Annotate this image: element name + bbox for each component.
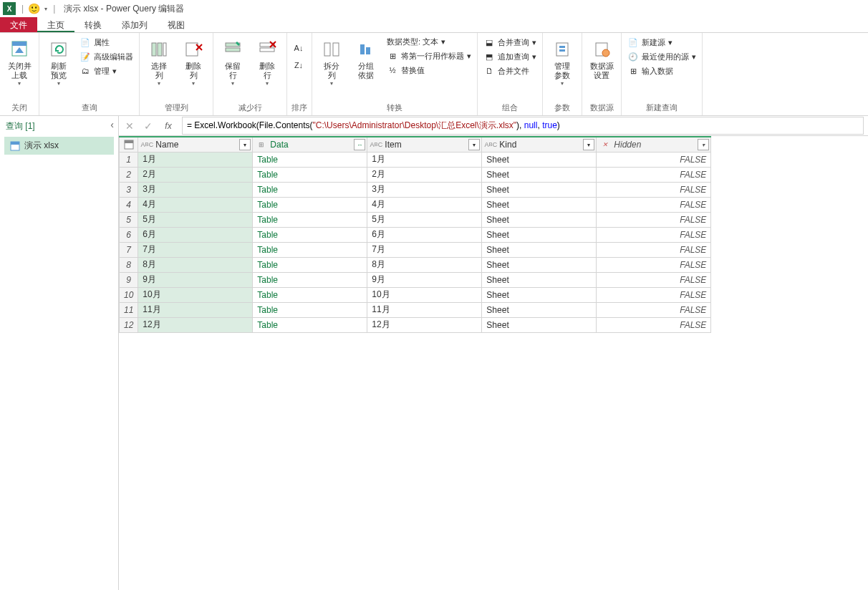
collapse-pane-icon[interactable]: ‹ xyxy=(110,119,114,130)
cell-kind[interactable]: Sheet xyxy=(482,197,597,212)
properties-button[interactable]: 📄属性 xyxy=(78,36,135,49)
combine-files-button[interactable]: 🗋合并文件 xyxy=(482,64,538,77)
table-row[interactable]: 99月Table9月SheetFALSE xyxy=(120,272,711,287)
table-row[interactable]: 1212月Table12月SheetFALSE xyxy=(120,317,711,332)
cell-kind[interactable]: Sheet xyxy=(482,212,597,227)
cell-kind[interactable]: Sheet xyxy=(482,227,597,242)
row-number[interactable]: 10 xyxy=(120,287,138,302)
refresh-preview-button[interactable]: 刷新 预览 ▾ xyxy=(44,36,74,88)
cell-hidden[interactable]: FALSE xyxy=(597,317,711,332)
cell-hidden[interactable]: FALSE xyxy=(597,227,711,242)
manage-button[interactable]: 🗂管理 ▾ xyxy=(78,64,135,77)
cell-hidden[interactable]: FALSE xyxy=(597,242,711,257)
cell-item[interactable]: 6月 xyxy=(367,227,482,242)
cell-name[interactable]: 12月 xyxy=(138,317,253,332)
cell-kind[interactable]: Sheet xyxy=(482,167,597,182)
replace-values-button[interactable]: ½替换值 xyxy=(385,64,473,77)
table-row[interactable]: 66月Table6月SheetFALSE xyxy=(120,227,711,242)
cell-item[interactable]: 2月 xyxy=(367,167,482,182)
table-row[interactable]: 1010月Table10月SheetFALSE xyxy=(120,287,711,302)
tab-home[interactable]: 主页 xyxy=(37,17,74,32)
confirm-formula-icon[interactable]: ✓ xyxy=(142,120,155,132)
data-type-button[interactable]: 数据类型: 文本 ▾ xyxy=(385,36,473,48)
row-number[interactable]: 11 xyxy=(120,302,138,317)
cell-kind[interactable]: Sheet xyxy=(482,302,597,317)
column-header-kind[interactable]: ABCKind▾ xyxy=(482,137,597,152)
formula-input[interactable]: = Excel.Workbook(File.Contents("C:\Users… xyxy=(182,117,864,135)
cell-data[interactable]: Table xyxy=(253,272,367,287)
cell-name[interactable]: 10月 xyxy=(138,287,253,302)
column-header-data[interactable]: ⊞Data↔ xyxy=(253,137,367,152)
column-header-name[interactable]: ABCName▾ xyxy=(138,137,253,152)
cell-data[interactable]: Table xyxy=(253,257,367,272)
row-number[interactable]: 9 xyxy=(120,272,138,287)
table-row[interactable]: 44月Table4月SheetFALSE xyxy=(120,197,711,212)
cell-kind[interactable]: Sheet xyxy=(482,152,597,167)
row-number[interactable]: 2 xyxy=(120,167,138,182)
new-source-button[interactable]: 📄新建源 ▾ xyxy=(626,36,698,49)
filter-dropdown-icon[interactable]: ▾ xyxy=(698,139,709,150)
cell-kind[interactable]: Sheet xyxy=(482,257,597,272)
row-number[interactable]: 4 xyxy=(120,197,138,212)
recent-sources-button[interactable]: 🕘最近使用的源 ▾ xyxy=(626,50,698,63)
cell-hidden[interactable]: FALSE xyxy=(597,302,711,317)
cell-item[interactable]: 12月 xyxy=(367,317,482,332)
cell-data[interactable]: Table xyxy=(253,182,367,197)
cell-name[interactable]: 7月 xyxy=(138,242,253,257)
tab-transform[interactable]: 转换 xyxy=(74,17,112,32)
cell-hidden[interactable]: FALSE xyxy=(597,167,711,182)
data-grid[interactable]: ABCName▾ ⊞Data↔ ABCItem▾ ABCKind▾ ✕Hidde… xyxy=(119,136,868,590)
table-row[interactable]: 11月Table1月SheetFALSE xyxy=(120,152,711,167)
row-number[interactable]: 5 xyxy=(120,212,138,227)
table-row[interactable]: 88月Table8月SheetFALSE xyxy=(120,257,711,272)
enter-data-button[interactable]: ⊞输入数据 xyxy=(626,64,698,77)
cell-hidden[interactable]: FALSE xyxy=(597,212,711,227)
cell-data[interactable]: Table xyxy=(253,152,367,167)
row-number[interactable]: 12 xyxy=(120,317,138,332)
cell-hidden[interactable]: FALSE xyxy=(597,272,711,287)
remove-columns-button[interactable]: 删除 列▾ xyxy=(178,36,208,88)
cell-name[interactable]: 4月 xyxy=(138,197,253,212)
advanced-editor-button[interactable]: 📝高级编辑器 xyxy=(78,50,135,63)
cell-kind[interactable]: Sheet xyxy=(482,287,597,302)
column-header-item[interactable]: ABCItem▾ xyxy=(367,137,482,152)
cell-data[interactable]: Table xyxy=(253,197,367,212)
tab-view[interactable]: 视图 xyxy=(158,17,195,32)
cell-kind[interactable]: Sheet xyxy=(482,317,597,332)
cell-hidden[interactable]: FALSE xyxy=(597,287,711,302)
cell-hidden[interactable]: FALSE xyxy=(597,152,711,167)
split-column-button[interactable]: 拆分 列▾ xyxy=(317,36,347,88)
cell-kind[interactable]: Sheet xyxy=(482,272,597,287)
cell-kind[interactable]: Sheet xyxy=(482,242,597,257)
row-number[interactable]: 8 xyxy=(120,257,138,272)
table-row[interactable]: 33月Table3月SheetFALSE xyxy=(120,182,711,197)
cell-kind[interactable]: Sheet xyxy=(482,182,597,197)
column-header-hidden[interactable]: ✕Hidden▾ xyxy=(597,137,711,152)
cell-data[interactable]: Table xyxy=(253,302,367,317)
append-queries-button[interactable]: ⬒追加查询 ▾ xyxy=(482,50,538,63)
filter-dropdown-icon[interactable]: ▾ xyxy=(583,139,594,150)
qat-dropdown-icon[interactable]: ▾ xyxy=(44,6,47,12)
cell-item[interactable]: 11月 xyxy=(367,302,482,317)
close-and-load-button[interactable]: 关闭并 上载 ▾ xyxy=(4,36,34,88)
table-row[interactable]: 22月Table2月SheetFALSE xyxy=(120,167,711,182)
cell-data[interactable]: Table xyxy=(253,227,367,242)
tab-file[interactable]: 文件 xyxy=(0,17,37,32)
cell-item[interactable]: 4月 xyxy=(367,197,482,212)
row-number[interactable]: 3 xyxy=(120,182,138,197)
table-row[interactable]: 1111月Table11月SheetFALSE xyxy=(120,302,711,317)
choose-columns-button[interactable]: 选择 列▾ xyxy=(144,36,174,88)
tab-addcolumn[interactable]: 添加列 xyxy=(112,17,158,32)
query-item[interactable]: 演示 xlsx xyxy=(4,137,114,155)
merge-queries-button[interactable]: ⬓合并查询 ▾ xyxy=(482,36,538,49)
cell-data[interactable]: Table xyxy=(253,317,367,332)
select-all-corner[interactable] xyxy=(120,137,138,152)
filter-dropdown-icon[interactable]: ▾ xyxy=(239,139,251,150)
cell-data[interactable]: Table xyxy=(253,167,367,182)
manage-params-button[interactable]: 管理 参数▾ xyxy=(547,36,577,88)
cell-item[interactable]: 7月 xyxy=(367,242,482,257)
cell-hidden[interactable]: FALSE xyxy=(597,197,711,212)
cell-data[interactable]: Table xyxy=(253,212,367,227)
use-first-row-button[interactable]: ⊞将第一行用作标题 ▾ xyxy=(385,49,473,62)
cell-name[interactable]: 1月 xyxy=(138,152,253,167)
